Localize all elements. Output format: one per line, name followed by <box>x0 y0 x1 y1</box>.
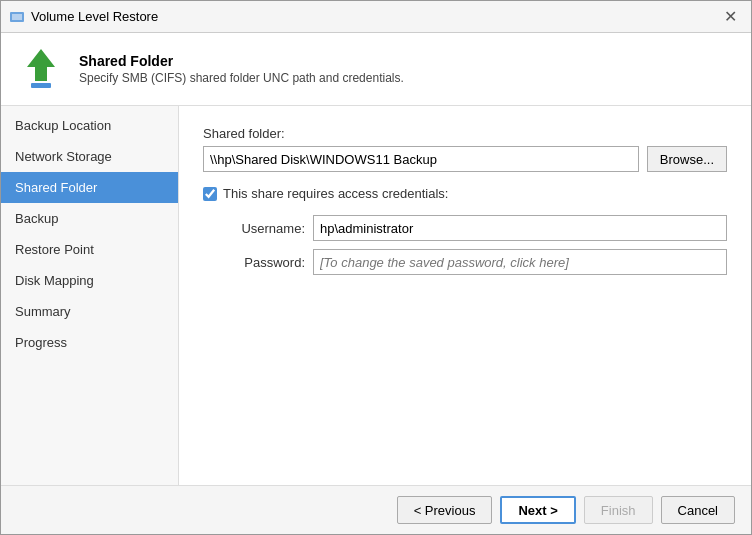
footer: < Previous Next > Finish Cancel <box>1 485 751 534</box>
header-subtitle: Specify SMB (CIFS) shared folder UNC pat… <box>79 71 404 85</box>
sidebar-item-restore-point[interactable]: Restore Point <box>1 234 178 265</box>
header-text: Shared Folder Specify SMB (CIFS) shared … <box>79 53 404 85</box>
password-row: Password: <box>225 249 727 275</box>
close-button[interactable]: ✕ <box>717 4 743 30</box>
svg-rect-3 <box>31 83 51 88</box>
sidebar: Backup Location Network Storage Shared F… <box>1 106 179 485</box>
sidebar-item-network-storage[interactable]: Network Storage <box>1 141 178 172</box>
previous-button[interactable]: < Previous <box>397 496 493 524</box>
browse-button[interactable]: Browse... <box>647 146 727 172</box>
sidebar-item-backup-location[interactable]: Backup Location <box>1 110 178 141</box>
sidebar-item-shared-folder[interactable]: Shared Folder <box>1 172 178 203</box>
password-label: Password: <box>225 255 305 270</box>
svg-marker-2 <box>27 49 55 81</box>
credentials-checkbox-label[interactable]: This share requires access credentials: <box>223 186 448 201</box>
next-button[interactable]: Next > <box>500 496 575 524</box>
header-area: Shared Folder Specify SMB (CIFS) shared … <box>1 33 751 106</box>
username-label: Username: <box>225 221 305 236</box>
finish-button[interactable]: Finish <box>584 496 653 524</box>
sidebar-item-summary[interactable]: Summary <box>1 296 178 327</box>
title-bar-left: Volume Level Restore <box>9 9 158 25</box>
username-row: Username: <box>225 215 727 241</box>
svg-rect-1 <box>12 14 22 20</box>
shared-folder-label: Shared folder: <box>203 126 727 141</box>
header-icon <box>17 45 65 93</box>
sidebar-item-backup[interactable]: Backup <box>1 203 178 234</box>
cancel-button[interactable]: Cancel <box>661 496 735 524</box>
header-title: Shared Folder <box>79 53 404 69</box>
credentials-area: Username: Password: <box>225 215 727 275</box>
credentials-checkbox[interactable] <box>203 187 217 201</box>
username-input[interactable] <box>313 215 727 241</box>
sidebar-item-progress[interactable]: Progress <box>1 327 178 358</box>
content-area: Backup Location Network Storage Shared F… <box>1 106 751 485</box>
main-window: Volume Level Restore ✕ Shared Folder Spe… <box>0 0 752 535</box>
shared-folder-row: Browse... <box>203 146 727 172</box>
title-bar: Volume Level Restore ✕ <box>1 1 751 33</box>
main-panel: Shared folder: Browse... This share requ… <box>179 106 751 485</box>
sidebar-item-disk-mapping[interactable]: Disk Mapping <box>1 265 178 296</box>
window-title: Volume Level Restore <box>31 9 158 24</box>
window-icon <box>9 9 25 25</box>
shared-folder-input[interactable] <box>203 146 639 172</box>
password-input[interactable] <box>313 249 727 275</box>
credentials-checkbox-row: This share requires access credentials: <box>203 186 727 201</box>
